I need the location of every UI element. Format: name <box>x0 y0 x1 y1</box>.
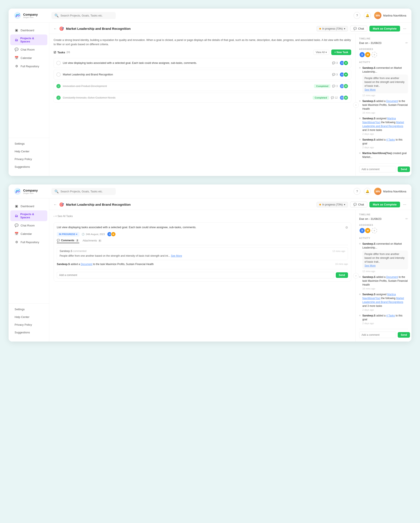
activity-text-p2-2: Sandeep.S added a Document to the task M… <box>362 275 408 287</box>
sidebar-item-dashboard[interactable]: ▣ Dashboard <box>10 26 47 34</box>
mark-complete-button-2[interactable]: Mark as Complete <box>370 202 400 207</box>
goal-icon-2: 🎯 <box>59 202 64 207</box>
sidebar-item-privacy[interactable]: Privacy Policy <box>10 155 47 163</box>
task-checkbox-4[interactable]: ✓ <box>56 96 61 100</box>
toggle-arrow[interactable]: › <box>353 102 359 108</box>
tab-attachments-label: Attachments <box>83 239 97 242</box>
send-button-2[interactable]: Send <box>336 272 348 278</box>
search-input[interactable] <box>60 14 113 17</box>
add-assignee-button[interactable]: + <box>371 52 377 57</box>
activity-section-1: ACTIVITY Sandeep.S commented on Market L… <box>359 61 408 159</box>
see-all-tasks-btn[interactable]: ‹ < See All Tasks <box>54 214 351 219</box>
chat-button[interactable]: 💬 Chat <box>350 26 367 32</box>
see-more-p2[interactable]: See More <box>364 264 376 267</box>
sidebar-item-projects[interactable]: 🗂 Projects & Spaces <box>10 34 47 45</box>
task-meta-3: Completed 💬 3 S M <box>314 83 348 89</box>
sidebar-item-settings[interactable]: Settings <box>10 140 47 147</box>
chat-button-2[interactable]: 💬 Chat <box>350 202 367 207</box>
comment-num-3: 3 <box>336 85 338 88</box>
status-chevron: ▾ <box>344 27 345 30</box>
comment-input-1[interactable] <box>359 166 396 172</box>
sidebar-item-calendar-2[interactable]: 📅 Calendar <box>10 230 47 238</box>
activity-item-p2-2: Sandeep.S added a Document to the task M… <box>359 275 408 290</box>
main-layout: ▣ Dashboard 🗂 Projects & Spaces 💬 Chat R… <box>8 23 412 176</box>
top-bar-right-2: ? 🔔 MN Martina Navritilova <box>354 188 406 195</box>
help-icon-btn[interactable]: ? <box>354 12 360 19</box>
back-button[interactable]: ← <box>54 27 57 31</box>
task-list-1: List view displaying tasks associated wi… <box>54 58 351 103</box>
privacy-label: Privacy Policy <box>15 157 32 161</box>
document-link-2[interactable]: Document <box>386 276 398 278</box>
tasks-link-1[interactable]: 4 Tasks <box>386 138 395 141</box>
search-bar-2[interactable]: 🔍 <box>51 188 116 195</box>
goal-actions: In progress (73%) ▾ 💬 Chat Mark as Compl… <box>316 25 407 32</box>
send-button-right-2[interactable]: Send <box>398 332 410 338</box>
right-panel-1: TIMELINE Due on - 31/08/23 ✏ ASSIGNEES S… <box>356 34 412 176</box>
sidebar-label-repository: Full Repository <box>21 65 39 68</box>
sidebar-item-chat-2[interactable]: 💬 Chat Room <box>10 221 47 229</box>
sidebar-item-projects-2[interactable]: 🗂 Projects & Spaces <box>10 210 47 221</box>
sidebar-item-repository[interactable]: ⚙ Full Repository <box>10 62 47 70</box>
tab-comments[interactable]: 💬 Comments 2 <box>57 239 79 243</box>
status-badge[interactable]: In progress (73%) ▾ <box>316 26 348 32</box>
goal-icon: 🎯 <box>59 26 64 31</box>
task-tabs: 💬 Comments 2 Attachments 6 <box>57 239 348 245</box>
task-text-4: Constantly Innovate, Solve Customer Need… <box>63 96 311 99</box>
edit-icon[interactable]: ✏ <box>405 41 408 45</box>
add-assignee-btn-2[interactable]: + <box>371 228 377 233</box>
activity-content-p2-4: Sandeep.S added a 4 Tasks to this goal 2… <box>362 314 408 325</box>
suggestions-label: Suggestions <box>15 165 30 168</box>
tasks-count: 2/6 <box>66 51 70 54</box>
back-button-2[interactable]: ← <box>54 203 57 206</box>
see-more-comment-1[interactable]: See More <box>171 254 182 257</box>
see-more-1[interactable]: See More <box>364 88 376 91</box>
document-link-p2[interactable]: Document <box>81 263 92 266</box>
sidebar-item-repository-2[interactable]: ⚙ Full Repository <box>10 238 47 246</box>
mark-complete-button[interactable]: Mark as Complete <box>370 26 400 32</box>
more-options-button-2[interactable]: ··· <box>402 201 407 208</box>
sidebar-privacy-2[interactable]: Privacy Policy <box>10 321 47 328</box>
sidebar-item-suggestions[interactable]: Suggestions <box>10 163 47 171</box>
sidebar-help-2[interactable]: Help Center <box>10 313 47 321</box>
search-bar[interactable]: 🔍 <box>51 12 116 19</box>
comment-count-2: 💬 3 <box>332 73 338 76</box>
comment-count-1: 💬 3 <box>332 61 338 65</box>
status-badge-2[interactable]: In progress (73%) ▾ <box>316 202 348 207</box>
task-checkbox-2[interactable] <box>56 73 61 77</box>
new-task-button[interactable]: + New Task <box>331 49 351 55</box>
sidebar-item-calendar[interactable]: 📅 Calendar <box>10 54 47 62</box>
sidebar-settings-2[interactable]: Settings <box>10 306 47 313</box>
task-gear-icon[interactable]: ⚙ <box>345 226 348 229</box>
sidebar-2: ▣ Dashboard 🗂 Projects & Spaces 💬 Chat R… <box>8 198 49 342</box>
sidebar-item-help[interactable]: Help Center <box>10 148 47 155</box>
comment-input-2[interactable] <box>57 272 334 278</box>
task-checkbox-3[interactable]: ✓ <box>56 84 61 88</box>
toggle-arrow-2[interactable]: › <box>353 273 359 278</box>
task-row: ✓ Constantly Innovate, Solve Customer Ne… <box>54 93 351 103</box>
view-all-button[interactable]: View All ▾ <box>313 50 329 55</box>
chat-label: Chat <box>358 27 364 30</box>
help-icon-btn-2[interactable]: ? <box>354 188 360 195</box>
tasks-link-2[interactable]: 4 Tasks <box>386 314 395 317</box>
more-options-button[interactable]: ··· <box>402 25 407 32</box>
search-input-2[interactable] <box>60 190 113 193</box>
task-checkbox-1[interactable] <box>56 61 61 65</box>
edit-icon-2[interactable]: ✏ <box>405 217 408 221</box>
activity-content-4: Sandeep.S added a 4 Tasks to this goal 2… <box>362 138 408 149</box>
comment-input-right-2[interactable] <box>359 332 396 338</box>
notification-icon-btn[interactable]: 🔔 <box>364 12 371 19</box>
document-link-1[interactable]: Document <box>386 100 398 103</box>
send-button-1[interactable]: Send <box>398 166 410 172</box>
sidebar-item-dashboard-2[interactable]: ▣ Dashboard <box>10 202 47 210</box>
comment-count-4: 💬 12 <box>331 96 338 99</box>
avatar-area[interactable]: MN Martina Navritilova <box>374 12 406 19</box>
notification-icon-btn-2[interactable]: 🔔 <box>364 188 371 195</box>
sidebar-suggestions-2[interactable]: Suggestions <box>10 329 47 336</box>
sidebar-item-chat[interactable]: 💬 Chat Room <box>10 45 47 54</box>
timeline-section-2: TIMELINE Due on - 31/08/23 ✏ <box>359 213 408 221</box>
tab-attachments[interactable]: Attachments 6 <box>83 239 102 243</box>
avatar-area-2[interactable]: MN Martina Navritilova <box>374 188 406 195</box>
activity-add-row: Sandeep.S added a Document to the task M… <box>57 262 348 266</box>
activity-dot-2 <box>359 100 361 102</box>
in-progress-badge[interactable]: IN PROGRESS ▾ <box>57 232 80 237</box>
